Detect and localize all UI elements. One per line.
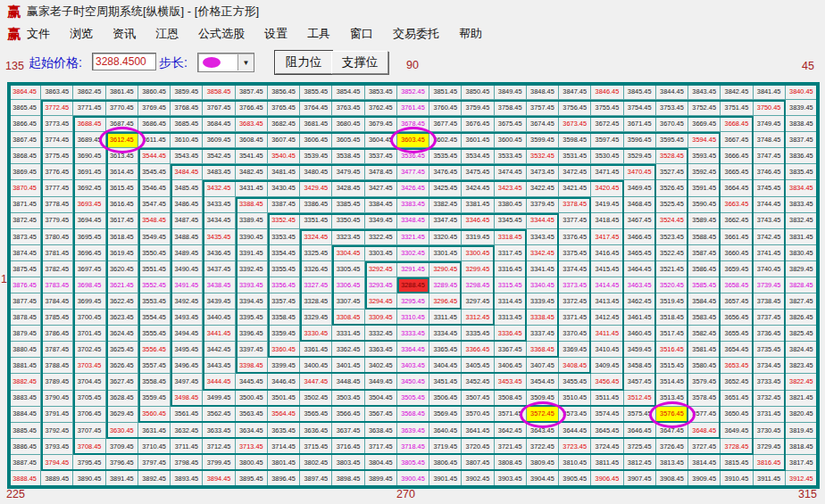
grid-cell: 3509.45 [527, 391, 559, 407]
grid-cell: 3331.45 [332, 326, 364, 342]
grid-cell: 3696.45 [73, 245, 105, 261]
support-button[interactable]: 支撑位 [331, 51, 388, 74]
grid-cell: 3346.45 [462, 213, 494, 229]
grid-cell: 3746.45 [754, 164, 786, 180]
grid-cell: 3623.45 [106, 310, 138, 326]
grid-cell: 3348.45 [397, 213, 429, 229]
grid-cell: 3681.45 [300, 116, 332, 132]
grid-cell: 3608.45 [236, 132, 268, 148]
grid-cell: 3878.45 [9, 310, 41, 326]
menu-item-江恩[interactable]: 江恩 [155, 26, 179, 42]
grid-cell: 3385.45 [332, 197, 364, 213]
grid-cell: 3355.45 [268, 261, 300, 277]
grid-cell: 3536.45 [397, 148, 429, 164]
grid-cell: 3344.45 [527, 213, 559, 229]
chevron-down-icon[interactable]: ▼ [238, 54, 254, 70]
grid-cell: 3688.45 [73, 116, 105, 132]
grid-cell: 3743.45 [754, 213, 786, 229]
grid-cell: 3306.45 [332, 277, 364, 293]
start-price-label: 起始价格: [29, 55, 82, 71]
grid-cell: 3895.45 [236, 471, 268, 487]
grid-cell: 3568.45 [397, 407, 429, 423]
grid-cell: 3389.45 [236, 213, 268, 229]
grid-cell: 3412.45 [591, 310, 623, 326]
menu-bar: 赢 文件浏览资讯江恩公式选股设置工具窗口交易委托帮助 [0, 23, 825, 45]
menu-item-工具[interactable]: 工具 [307, 26, 330, 42]
grid-cell: 3854.45 [332, 84, 364, 100]
menu-item-交易委托[interactable]: 交易委托 [393, 26, 439, 42]
step-swatch-ellipse-icon [203, 57, 221, 68]
grid-cell: 3402.45 [365, 358, 397, 374]
grid-cell: 3624.45 [106, 326, 138, 342]
grid-cell: 3672.45 [591, 116, 623, 132]
start-price-input[interactable] [92, 53, 156, 70]
grid-cell: 3763.45 [332, 100, 364, 116]
grid-cell: 3766.45 [236, 100, 268, 116]
grid-cell: 3562.45 [203, 407, 235, 423]
grid-cell: 3861.45 [106, 84, 138, 100]
grid-cell: 3587.45 [688, 245, 721, 261]
grid-cell: 3495.45 [171, 342, 203, 358]
resistance-button[interactable]: 阻力位 [275, 51, 332, 74]
menu-item-文件[interactable]: 文件 [27, 26, 50, 42]
grid-cell: 3451.45 [429, 374, 462, 390]
grid-cell: 3673.45 [559, 116, 591, 132]
grid-cell: 3837.45 [786, 132, 818, 148]
grid-cell: 3761.45 [397, 100, 429, 116]
grid-cell: 3305.45 [332, 261, 364, 277]
grid-cell: 3288.45 [397, 277, 429, 293]
grid-cell: 3906.45 [591, 471, 623, 487]
menu-item-帮助[interactable]: 帮助 [459, 26, 482, 42]
grid-cell: 3753.45 [656, 100, 688, 116]
grid-cell: 3426.45 [397, 180, 429, 196]
grid-cell: 3502.45 [300, 391, 332, 407]
grid-cell: 3834.45 [786, 180, 818, 196]
grid-cell: 3491.45 [171, 277, 203, 293]
grid-cell: 3807.45 [462, 455, 494, 471]
grid-cell: 3694.45 [73, 213, 105, 229]
menu-item-公式选股[interactable]: 公式选股 [198, 26, 245, 42]
step-dropdown[interactable]: ▼ [197, 53, 254, 72]
grid-cell: 3721.45 [495, 439, 527, 455]
grid-cell: 3347.45 [429, 213, 462, 229]
grid-cell: 3798.45 [171, 455, 203, 471]
grid-cell: 3359.45 [268, 326, 300, 342]
grid-cell: 3859.45 [171, 84, 203, 100]
grid-cell: 3909.45 [688, 471, 721, 487]
grid-cell: 3739.45 [754, 277, 786, 293]
grid-cell: 3596.45 [624, 132, 656, 148]
grid-cell: 3602.45 [429, 132, 462, 148]
menu-item-设置[interactable]: 设置 [264, 26, 288, 42]
grid-cell: 3588.45 [688, 229, 721, 245]
grid-cell: 3518.45 [656, 310, 688, 326]
grid-cell: 3787.45 [41, 342, 73, 358]
grid-cell: 3880.45 [9, 342, 41, 358]
menu-item-资讯[interactable]: 资讯 [112, 26, 136, 42]
grid-cell: 3425.45 [429, 180, 462, 196]
grid-cell: 3553.45 [138, 293, 171, 310]
grid-cell: 3397.45 [236, 342, 268, 358]
grid-cell: 3521.45 [656, 261, 688, 277]
grid-cell: 3403.45 [397, 358, 429, 374]
menu-item-浏览[interactable]: 浏览 [70, 26, 93, 42]
grid-cell: 3363.45 [365, 342, 397, 358]
grid-cell: 3384.45 [365, 197, 397, 213]
grid-cell: 3715.45 [300, 439, 332, 455]
grid-cell: 3456.45 [591, 374, 623, 390]
grid-cell: 3351.45 [300, 213, 332, 229]
grid-cell: 3818.45 [786, 439, 818, 455]
grid-cell: 3297.45 [462, 293, 494, 310]
grid-cell: 3618.45 [106, 229, 138, 245]
menu-item-窗口[interactable]: 窗口 [350, 26, 373, 42]
grid-cell: 3452.45 [462, 374, 494, 390]
grid-cell: 3436.45 [203, 245, 235, 261]
grid-cell: 3638.45 [365, 423, 397, 439]
grid-cell: 3737.45 [754, 310, 786, 326]
grid-cell: 3664.45 [721, 180, 753, 196]
grid-cell: 3691.45 [73, 164, 105, 180]
grid-cell: 3450.45 [397, 374, 429, 390]
grid-cell: 3369.45 [559, 342, 591, 358]
grid-cell: 3838.45 [786, 116, 818, 132]
grid-cell: 3530.45 [591, 148, 623, 164]
grid-cell: 3790.45 [41, 391, 73, 407]
